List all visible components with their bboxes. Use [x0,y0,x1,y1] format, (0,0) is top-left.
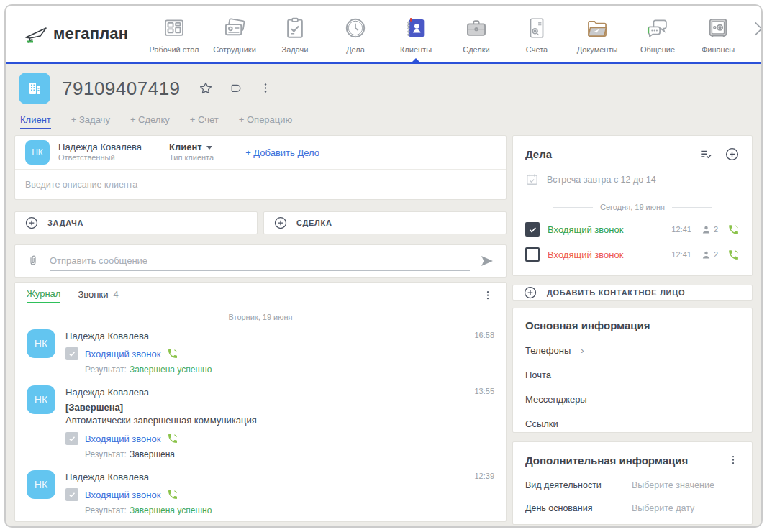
clients-book-icon [404,14,428,42]
nav-more-button[interactable] [747,6,763,62]
client-type-dropdown[interactable]: Клиент [169,142,214,153]
info-row-links[interactable]: Ссылки [525,418,740,429]
responsible-avatar[interactable]: НК [25,140,50,165]
logo-text: мегаплан [53,24,128,43]
tag-icon[interactable] [228,81,244,96]
todo-label[interactable]: Входящий звонок [548,224,623,235]
call-checkbox[interactable] [65,488,78,501]
add-deal-button[interactable]: СДЕЛКА [263,211,507,234]
tab-add-task[interactable]: + Задачу [71,114,110,129]
participants-count: 2 [714,250,718,259]
client-type-label: Тип клиента [169,153,214,163]
list-check-icon[interactable] [699,147,713,162]
nav-item-documents[interactable]: Документы [568,6,626,62]
plus-circle-icon[interactable] [725,147,740,162]
nav-label: Задачи [282,45,309,54]
journal-kebab-menu-icon[interactable] [481,288,494,303]
tab-add-deal[interactable]: + Сделку [130,114,170,129]
add-contact-button[interactable]: ДОБАВИТЬ КОНТАКТНОЕ ЛИЦО [512,285,753,301]
phone-icon[interactable] [727,249,740,261]
result-label: Результат: [85,364,127,375]
phone-icon[interactable] [727,224,740,236]
todo-checkbox-unchecked[interactable] [525,247,540,262]
info-row-phones[interactable]: Телефоны › [525,345,740,356]
tab-journal[interactable]: Журнал [27,288,60,303]
phone-icon[interactable] [167,489,178,500]
add-task-button[interactable]: ЗАДАЧА [14,211,258,234]
nav-item-cases[interactable]: Дела [327,6,384,62]
person-icon [701,249,712,260]
nav-item-tasks[interactable]: Задачи [266,6,324,62]
star-icon[interactable] [198,81,214,96]
field-foundation-day: День основания Выберите дату [525,503,740,513]
kebab-menu-icon[interactable] [258,81,273,96]
entry-time: 12:39 [474,472,494,480]
nav-item-desktop[interactable]: Рабочий стол [145,6,203,62]
send-icon[interactable] [480,254,494,268]
page-content: 79109407419 Клиент + Задачу + Сделку [6,64,761,526]
responsible-role: Ответственный [58,153,142,163]
avatar: НК [27,329,55,358]
todo-checkbox-checked[interactable] [525,222,540,237]
chat-bubbles-icon [645,14,670,42]
incoming-call-link[interactable]: Входящий звонок [85,434,160,444]
plus-circle-icon [523,285,537,300]
nav-label: Финансы [702,45,735,54]
paper-plane-icon [22,22,52,46]
tab-calls[interactable]: Звонки4 [78,289,118,303]
client-summary-card: НК Надежда Ковалева Ответственный Клиент… [14,135,507,200]
megaplan-logo[interactable]: мегаплан [22,22,145,46]
foundation-day-picker[interactable]: Выберите дату [632,503,694,513]
page-title: 79109407419 [62,78,181,100]
upcoming-meeting-row[interactable]: Встреча завтра с 12 до 14 [525,173,740,186]
phone-icon[interactable] [167,348,178,359]
nav-item-finance[interactable]: Финансы [689,6,747,62]
todos-date-divider: Сегодня, 19 июня [525,203,740,211]
message-input[interactable] [50,255,470,266]
nav-label: Общение [640,45,675,54]
entry-time: 16:58 [474,331,494,339]
client-description-input[interactable] [25,180,496,190]
nav-item-clients[interactable]: Клиенты [387,6,445,62]
result-label: Результат: [85,505,127,515]
clock-icon [343,14,368,42]
extra-info-kebab-menu-icon[interactable] [727,453,740,467]
tab-client[interactable]: Клиент [20,114,51,129]
responsible-name[interactable]: Надежда Ковалева [58,142,142,153]
info-row-email[interactable]: Почта [525,370,740,380]
tab-add-operation[interactable]: + Операцию [239,114,293,129]
phone-icon[interactable] [167,433,178,444]
call-checkbox[interactable] [65,347,78,360]
incoming-call-link[interactable]: Входящий звонок [85,349,160,359]
incoming-call-link[interactable]: Входящий звонок [85,490,160,500]
calendar-check-icon [525,173,539,186]
entry-author: Надежда Ковалева [65,387,494,398]
nav-item-deals[interactable]: Сделки [448,6,505,62]
paperclip-icon[interactable] [27,253,40,269]
nav-label: Счета [526,45,548,54]
add-case-link[interactable]: + Добавить Дело [245,147,319,158]
nav-item-invoices[interactable]: Счета [508,6,566,62]
info-row-messengers[interactable]: Мессенджеры [525,394,740,405]
result-label: Результат: [85,449,127,459]
nav-item-chat[interactable]: Общение [629,6,686,62]
plus-circle-icon [24,216,39,230]
activity-type-select[interactable]: Выберите значение [632,480,714,490]
participants-count: 2 [714,225,718,234]
journal-entry: НК Надежда Ковалева [Завершена] Автомати… [27,380,494,465]
call-checkbox[interactable] [65,432,78,445]
nav-label: Сделки [463,45,490,54]
tab-add-invoice[interactable]: + Счет [190,114,219,129]
nav-label: Клиенты [400,45,432,54]
nav-label: Дела [346,45,365,54]
nav-items: Рабочий стол Сотрудники Задачи Дела [145,6,747,62]
briefcase-icon [464,14,489,42]
activity-journal-card: Журнал Звонки4 Вторник, 19 июня НК Н [14,282,507,522]
chevron-right-icon [748,17,763,40]
nav-item-employees[interactable]: Сотрудники [206,6,263,62]
entity-tabs: Клиент + Задачу + Сделку + Счет + Операц… [20,114,748,129]
todo-label[interactable]: Входящий звонок [548,249,623,260]
extra-info-title: Дополнительная информация [525,454,688,467]
avatar: НК [27,470,55,499]
top-navigation: мегаплан Рабочий стол Сотрудники Задачи [6,6,761,62]
